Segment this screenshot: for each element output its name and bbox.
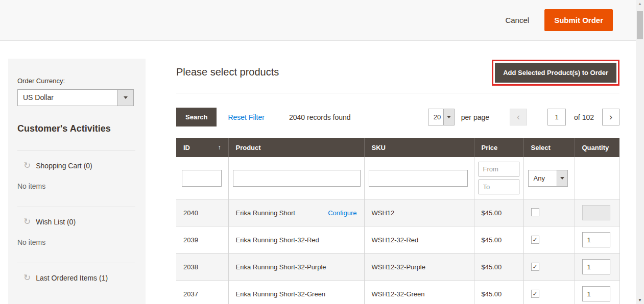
divider: [17, 263, 135, 263]
price-cell: $45.00: [474, 226, 523, 254]
scroll-down-icon[interactable]: ▼: [636, 298, 644, 302]
submit-order-button[interactable]: Submit Order: [544, 9, 613, 31]
per-page-label: per page: [461, 113, 489, 121]
next-page-button[interactable]: ›: [602, 109, 619, 125]
quantity-input[interactable]: [582, 205, 610, 220]
scrollbar[interactable]: ▲ ▼: [636, 0, 644, 304]
select-checkbox[interactable]: ✓: [531, 236, 539, 244]
sku-cell: WSH12-32-Purple: [364, 254, 474, 281]
per-page-value: 20: [428, 109, 443, 125]
column-header-id[interactable]: ID ↑: [176, 138, 228, 157]
quantity-input[interactable]: [582, 259, 610, 274]
chevron-right-icon: ›: [609, 112, 612, 122]
filter-id-input[interactable]: [182, 170, 222, 187]
product-row: 2037 Erika Running Short-32-Green WSH12-…: [176, 281, 619, 304]
sidebar-section-wish-list: ↻ Wish List (0): [17, 217, 135, 226]
sku-cell: WSH12: [364, 199, 474, 226]
section-label: Last Ordered Items: [36, 274, 97, 282]
sidebar-section-shopping-cart: ↻ Shopping Cart (0): [17, 161, 135, 170]
quantity-input[interactable]: [582, 232, 610, 247]
chevron-left-icon: ‹: [517, 112, 520, 122]
sort-asc-icon: ↑: [218, 144, 221, 151]
filter-price-to-input[interactable]: [479, 180, 519, 194]
section-count: (1): [99, 274, 108, 282]
product-row: 2038 Erika Running Short-32-Purple WSH12…: [176, 254, 619, 281]
cancel-button[interactable]: Cancel: [505, 16, 529, 24]
section-count: (0): [84, 162, 92, 170]
product-name: Erika Running Short-32-Red: [236, 236, 319, 244]
currency-select[interactable]: US Dollar: [17, 89, 134, 106]
page-title: Please select products: [176, 66, 279, 78]
annotation-highlight: Add Selected Product(s) to Order: [492, 60, 619, 86]
previous-page-button[interactable]: ‹: [510, 109, 527, 125]
product-id-cell: 2037: [176, 281, 228, 304]
page-total-label: of 102: [574, 113, 594, 121]
section-empty-text: No items: [17, 182, 135, 190]
filter-product-input[interactable]: [233, 170, 361, 187]
section-count: (0): [67, 218, 76, 226]
order-currency-label: Order Currency:: [17, 77, 135, 85]
chevron-down-icon[interactable]: [117, 90, 133, 106]
products-table: ID ↑ Product SKU Price Select Quantity: [176, 138, 620, 304]
refresh-icon: ↻: [23, 217, 31, 226]
price-cell: $45.00: [474, 281, 523, 304]
chevron-down-icon[interactable]: [443, 109, 454, 125]
order-create-page: Cancel Submit Order Order Currency: US D…: [0, 0, 644, 304]
grid-toolbar: Search Reset Filter 2040 records found 2…: [176, 108, 619, 126]
filter-select-value: Any: [529, 170, 557, 186]
refresh-icon: ↻: [23, 273, 31, 282]
price-cell: $45.00: [474, 199, 523, 226]
refresh-icon: ↻: [23, 161, 31, 170]
section-empty-text: No items: [17, 238, 135, 246]
per-page-select[interactable]: 20: [428, 109, 455, 125]
filter-sku-input[interactable]: [369, 170, 468, 187]
filter-row: Any: [176, 157, 619, 199]
page-header: Cancel Submit Order: [0, 0, 636, 41]
scroll-up-icon[interactable]: ▲: [636, 2, 644, 6]
reset-filter-link[interactable]: Reset Filter: [228, 113, 265, 121]
currency-value: US Dollar: [18, 90, 117, 106]
product-row: 2040 Erika Running Short Configure WSH12…: [176, 199, 619, 226]
column-header-select[interactable]: Select: [523, 138, 575, 157]
customers-activities-title: Customer's Activities: [17, 123, 135, 134]
column-header-price[interactable]: Price: [474, 138, 523, 157]
chevron-down-icon[interactable]: [557, 170, 567, 186]
records-count: 2040 records found: [289, 113, 351, 121]
sidebar-section-last-ordered-items: ↻ Last Ordered Items (1): [17, 273, 135, 282]
quantity-input[interactable]: [582, 286, 610, 301]
configure-link[interactable]: Configure: [328, 209, 356, 217]
column-header-quantity[interactable]: Quantity: [575, 138, 619, 157]
select-checkbox[interactable]: [531, 208, 539, 216]
scrollbar-thumb[interactable]: [637, 11, 643, 39]
divider: [17, 207, 135, 207]
price-cell: $45.00: [474, 254, 523, 281]
select-checkbox[interactable]: ✓: [531, 263, 539, 271]
column-header-product[interactable]: Product: [228, 138, 364, 157]
product-row: 2039 Erika Running Short-32-Red WSH12-32…: [176, 226, 619, 254]
add-selected-products-button[interactable]: Add Selected Product(s) to Order: [495, 63, 616, 83]
product-id-cell: 2038: [176, 254, 228, 281]
product-name: Erika Running Short: [236, 209, 295, 217]
product-name: Erika Running Short-32-Purple: [236, 263, 326, 271]
divider: [17, 150, 135, 151]
column-header-sku[interactable]: SKU: [364, 138, 474, 157]
product-id-cell: 2040: [176, 199, 228, 226]
sku-cell: WSH12-32-Red: [364, 226, 474, 254]
main-content: Please select products Add Selected Prod…: [176, 59, 619, 304]
filter-price-from-input[interactable]: [479, 162, 519, 176]
product-id-cell: 2039: [176, 226, 228, 254]
sidebar: Order Currency: US Dollar Customer's Act…: [8, 59, 146, 304]
section-label: Wish List: [36, 218, 65, 226]
select-checkbox[interactable]: ✓: [531, 290, 539, 298]
search-button[interactable]: Search: [176, 108, 217, 126]
divider: [176, 93, 619, 93]
section-label: Shopping Cart: [36, 162, 82, 170]
page-number-input[interactable]: [547, 109, 566, 125]
sku-cell: WSH12-32-Green: [364, 281, 474, 304]
filter-select-dropdown[interactable]: Any: [528, 170, 568, 187]
product-name: Erika Running Short-32-Green: [236, 290, 326, 298]
